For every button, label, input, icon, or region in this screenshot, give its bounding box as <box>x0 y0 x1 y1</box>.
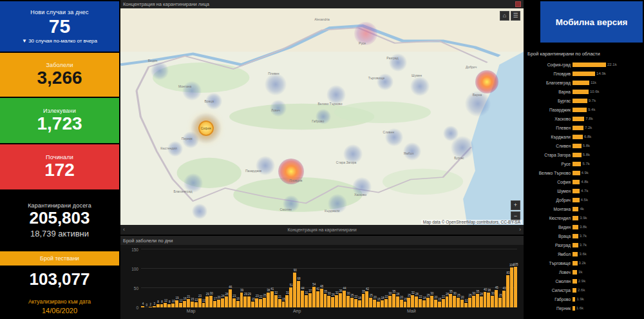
new-cases-subtitle: ▼ 30 случая по-малко от вчера <box>0 38 119 44</box>
map-graphic <box>120 8 524 225</box>
region-row: Разград3.7k <box>525 240 644 249</box>
region-row: Шумен4.7k <box>525 186 644 195</box>
region-row: Враца3.7k <box>525 231 644 240</box>
y-axis-label: 50 <box>123 286 138 291</box>
region-row: Плевен7.2k <box>525 123 644 132</box>
month-axis: МарАпрМай <box>141 307 517 316</box>
region-row: Смолян2.9k <box>525 276 644 285</box>
region-row: Сливен5.8k <box>525 141 644 150</box>
tested-value: 103,077 <box>0 267 119 291</box>
map-toolbar: ⌂ ☰ <box>500 11 520 21</box>
quarantined-value: 205,803 <box>0 209 119 227</box>
infected-value: 3,266 <box>0 68 119 88</box>
region-row: София-град22.1k <box>525 60 644 69</box>
infected-tile: Заболели 3,266 <box>0 53 119 97</box>
deaths-tile: Починали 172 <box>0 144 119 189</box>
region-row: Монтана4k <box>525 204 644 213</box>
updated-title: Актуализирано към дата <box>0 298 119 305</box>
deaths-value: 172 <box>0 160 119 180</box>
region-row: Пазарджик9.4k <box>525 105 644 114</box>
month-label: Мар <box>187 309 196 313</box>
region-row: Русе5.7k <box>525 159 644 168</box>
covid-dashboard: Нови случаи за днес 75 ▼ 30 случая по-ма… <box>0 0 644 319</box>
sofia-label: София <box>201 126 211 130</box>
region-row: Хасково7.8k <box>525 114 644 123</box>
right-panel: Мобилна версия Брой карантинирани по обл… <box>525 0 644 319</box>
region-row: Пловдив14.9k <box>525 69 644 78</box>
month-label: Май <box>407 309 416 313</box>
updated-tile: Актуализирано към дата 14/06/2020 <box>0 293 119 319</box>
region-chart-title: Брой карантинирани по области <box>525 51 644 57</box>
panel-menu-icon[interactable] <box>515 1 521 7</box>
y-axis-label: 0 <box>123 305 138 310</box>
zoom-controls: + − <box>511 200 520 221</box>
updated-date: 14/06/2020 <box>0 307 119 314</box>
recovered-value: 1,723 <box>0 114 119 134</box>
region-row: Габрово1.9k <box>525 295 644 304</box>
new-cases-value: 75 <box>0 15 119 37</box>
y-axis-label: 150 <box>123 247 138 252</box>
quarantined-active: 18,739 активни <box>0 229 119 238</box>
map-canvas[interactable]: AlexandriaВидинМонтанаВрацаПлевенЛовечРу… <box>120 8 524 225</box>
mobile-version-button[interactable]: Мобилна версия <box>540 1 643 43</box>
new-cases-title: Нови случаи за днес <box>0 9 119 15</box>
region-row: Варна10.6k <box>525 87 644 96</box>
daily-bars: 0501001504023881281019121621151323122930… <box>141 249 517 307</box>
region-row: София4.8k <box>525 177 644 186</box>
region-row: Благоевград11k <box>525 78 644 87</box>
region-row: Силистра2.6k <box>525 285 644 295</box>
map-footer: ‹ Концентрация на карантинирани › <box>120 225 524 235</box>
map-header: Концентрация на карантинирани лица <box>120 0 524 8</box>
region-row: Кърджали6.8k <box>525 132 644 141</box>
region-row: Видин3.8k <box>525 222 644 231</box>
region-row: Перник1.6k <box>525 304 644 313</box>
region-row: Добрич4.5k <box>525 195 644 204</box>
scroll-right-icon[interactable]: › <box>519 225 521 235</box>
daily-chart-body: 0501001504023881281019121621151323122930… <box>120 245 524 319</box>
home-icon[interactable]: ⌂ <box>500 11 509 21</box>
month-label: Апр <box>293 309 301 313</box>
region-row: Стара Загора5.8k <box>525 150 644 159</box>
zoom-in-button[interactable]: + <box>511 200 520 210</box>
region-row: Ямбол3.6k <box>525 249 644 258</box>
quarantine-map-panel: Концентрация на карантинирани лица Alexa… <box>120 0 524 235</box>
daily-bar: 105 <box>514 249 518 307</box>
map-footer-label: Концентрация на карантинирани <box>287 227 356 232</box>
y-axis-label: 100 <box>123 267 138 271</box>
recovered-tile: Излекувани 1,723 <box>0 98 119 143</box>
region-row: Бургас9.7k <box>525 96 644 105</box>
region-row: Търговище3.2k <box>525 258 644 267</box>
map-attribution: Map data © OpenStreetMap contributors, C… <box>421 220 522 224</box>
quarantined-tile: Карантинирани досега 205,803 18,739 акти… <box>0 191 119 250</box>
sofia-hotspot-marker: София <box>198 121 214 136</box>
daily-cases-panel: Брой заболели по дни 0501001504023881281… <box>120 236 524 319</box>
map-title: Концентрация на карантинирани лица <box>123 1 209 7</box>
region-list: София-град22.1kПловдив14.9kБлагоевград11… <box>525 60 644 313</box>
region-row: Кюстендил3.9k <box>525 213 644 222</box>
region-row: Ловеч3k <box>525 267 644 276</box>
scroll-left-icon[interactable]: ‹ <box>123 225 125 235</box>
daily-plot: 0501001504023881281019121621151323122930… <box>141 249 517 307</box>
tested-title: Брой тествани <box>0 251 119 266</box>
legend-icon[interactable]: ☰ <box>511 11 520 21</box>
new-cases-tile: Нови случаи за днес 75 ▼ 30 случая по-ма… <box>0 1 119 52</box>
region-row: Велико Търново4.9k <box>525 168 644 177</box>
stats-panel: Нови случаи за днес 75 ▼ 30 случая по-ма… <box>0 0 119 319</box>
daily-chart-title: Брой заболели по дни <box>120 236 524 245</box>
